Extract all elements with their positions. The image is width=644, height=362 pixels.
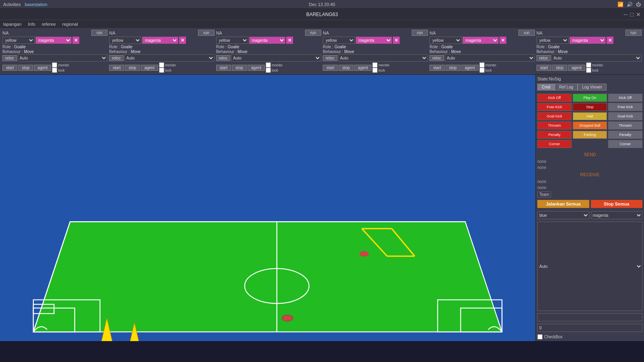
color-select-yellow-4[interactable]: yellow blue bbox=[429, 37, 462, 44]
lock-check-1[interactable] bbox=[159, 68, 164, 73]
jalankan-semua-button[interactable]: Jalankan Semua bbox=[537, 200, 589, 208]
cmd-corner-left[interactable]: Corner bbox=[537, 140, 572, 148]
team-color-select-blue[interactable]: blue yellow bbox=[537, 211, 589, 219]
cmd-droppedball[interactable]: Dropped Ball bbox=[573, 121, 607, 130]
color-select-yellow-2[interactable]: yellow blue bbox=[216, 37, 248, 44]
monito-check-0[interactable] bbox=[52, 62, 57, 68]
color-select-yellow-0[interactable]: yellow blue bbox=[2, 37, 35, 44]
reloc-btn-2[interactable]: reloc bbox=[216, 55, 231, 61]
agent-btn-0[interactable]: agent bbox=[34, 65, 51, 71]
cmd-goalkick-right[interactable]: Goal Kick bbox=[608, 112, 642, 120]
monito-check-4[interactable] bbox=[479, 62, 485, 68]
cmd-penalty-right[interactable]: Penalty bbox=[608, 131, 642, 139]
agent-btn-1[interactable]: agent bbox=[141, 65, 158, 71]
stop-btn-0[interactable]: stop bbox=[18, 65, 33, 71]
run-btn-0[interactable]: run bbox=[91, 30, 107, 36]
cmd-playon[interactable]: Play On bbox=[573, 94, 607, 102]
color-select-yellow-3[interactable]: yellow blue bbox=[323, 37, 355, 44]
team-color-select-magenta[interactable]: magenta yellow bbox=[591, 211, 643, 219]
stop-btn-5[interactable]: stop bbox=[552, 65, 567, 71]
reloc-btn-4[interactable]: reloc bbox=[429, 55, 444, 61]
cmd-freekick-right[interactable]: Free Kick bbox=[608, 103, 642, 111]
start-btn-5[interactable]: start bbox=[537, 65, 551, 71]
lock-check-2[interactable] bbox=[266, 68, 271, 73]
reloc-btn-0[interactable]: reloc bbox=[2, 55, 17, 61]
cmd-kickoff-left[interactable]: Kick Off bbox=[537, 94, 572, 102]
auto-select-0[interactable]: Auto bbox=[18, 54, 108, 62]
color-select-magenta-0[interactable]: magenta blue bbox=[35, 37, 72, 44]
x-btn-2[interactable]: ✕ bbox=[286, 37, 293, 44]
monito-check-2[interactable] bbox=[266, 62, 271, 68]
start-btn-0[interactable]: start bbox=[2, 65, 17, 71]
monito-check-1[interactable] bbox=[159, 62, 164, 68]
number-input[interactable] bbox=[537, 324, 642, 332]
cmd-parking[interactable]: Parking bbox=[573, 131, 607, 139]
cmd-throwin-left[interactable]: ThrowIn bbox=[537, 121, 572, 130]
auto-select-3[interactable]: Auto bbox=[338, 54, 428, 62]
cmd-halt[interactable]: Halt bbox=[573, 112, 607, 120]
agent-btn-5[interactable]: agent bbox=[568, 65, 585, 71]
run-btn-5[interactable]: run bbox=[625, 30, 642, 36]
x-btn-4[interactable]: ✕ bbox=[500, 37, 506, 44]
checkbox[interactable] bbox=[537, 334, 543, 339]
x-btn-0[interactable]: ✕ bbox=[72, 37, 79, 44]
maximize-btn[interactable]: □ bbox=[630, 11, 634, 18]
cmd-throwin-right[interactable]: ThrowIn bbox=[608, 121, 642, 130]
run-btn-3[interactable]: run bbox=[412, 30, 428, 36]
stop-btn-4[interactable]: stop bbox=[446, 65, 460, 71]
color-select-magenta-3[interactable]: magenta blue bbox=[356, 37, 392, 44]
menu-regional[interactable]: regional bbox=[62, 22, 78, 27]
menu-referee[interactable]: referee bbox=[42, 22, 56, 27]
cmd-goalkick-left[interactable]: Goal Kick bbox=[537, 112, 572, 120]
stop-semua-button[interactable]: Stop Semua bbox=[591, 200, 643, 208]
cmd-corner-right[interactable]: Corner bbox=[608, 140, 642, 148]
menu-lapangan[interactable]: lapangan bbox=[3, 22, 21, 27]
reloc-btn-5[interactable]: reloc bbox=[537, 55, 551, 61]
stop-btn-2[interactable]: stop bbox=[232, 65, 247, 71]
cmd-penalty-left[interactable]: Penalty bbox=[537, 131, 572, 139]
cmd-freekick-left[interactable]: Free Kick bbox=[537, 103, 572, 111]
color-select-yellow-1[interactable]: yellow blue bbox=[109, 37, 141, 44]
text-input-1[interactable] bbox=[537, 313, 642, 321]
tab-cmd[interactable]: Cmd bbox=[537, 84, 555, 90]
lock-check-3[interactable] bbox=[372, 68, 378, 73]
run-btn-4[interactable]: run bbox=[518, 30, 535, 36]
lock-check-0[interactable] bbox=[52, 68, 57, 73]
x-btn-3[interactable]: ✕ bbox=[393, 37, 400, 44]
monito-check-5[interactable] bbox=[586, 62, 591, 68]
auto-select-4[interactable]: Auto bbox=[445, 54, 535, 62]
menu-info[interactable]: Info bbox=[28, 22, 35, 27]
agent-btn-3[interactable]: agent bbox=[354, 65, 372, 71]
start-btn-3[interactable]: start bbox=[323, 65, 338, 71]
start-btn-1[interactable]: start bbox=[109, 65, 124, 71]
x-btn-5[interactable]: ✕ bbox=[607, 37, 613, 44]
behaviour-select[interactable]: Auto bbox=[537, 222, 642, 311]
lock-check-4[interactable] bbox=[479, 68, 485, 73]
run-btn-2[interactable]: run bbox=[305, 30, 321, 36]
color-select-magenta-2[interactable]: magenta blue bbox=[249, 37, 285, 44]
minimize-btn[interactable]: ─ bbox=[624, 11, 628, 18]
stop-btn-3[interactable]: stop bbox=[339, 65, 353, 71]
tab-reflog[interactable]: Ref Log bbox=[555, 84, 578, 90]
reloc-btn-1[interactable]: reloc bbox=[109, 55, 124, 61]
reloc-btn-3[interactable]: reloc bbox=[323, 55, 337, 61]
tab-logviewer[interactable]: Log Viewer bbox=[578, 84, 607, 90]
monito-check-3[interactable] bbox=[372, 62, 378, 68]
color-select-yellow-5[interactable]: yellow blue bbox=[537, 37, 569, 44]
auto-select-5[interactable]: Auto bbox=[551, 54, 642, 62]
stop-btn-1[interactable]: stop bbox=[125, 65, 140, 71]
agent-btn-2[interactable]: agent bbox=[248, 65, 265, 71]
close-btn[interactable]: ✕ bbox=[636, 11, 641, 18]
start-btn-4[interactable]: start bbox=[429, 65, 444, 71]
run-btn-1[interactable]: run bbox=[198, 30, 214, 36]
start-btn-2[interactable]: start bbox=[216, 65, 231, 71]
cmd-kickoff-right[interactable]: Kick Off bbox=[608, 94, 642, 102]
x-btn-1[interactable]: ✕ bbox=[179, 37, 186, 44]
cmd-stop[interactable]: Stop bbox=[573, 103, 607, 111]
color-select-magenta-4[interactable]: magenta blue bbox=[462, 37, 499, 44]
activities-label[interactable]: Activities bbox=[3, 2, 21, 7]
color-select-magenta-1[interactable]: magenta blue bbox=[142, 37, 178, 44]
color-select-magenta-5[interactable]: magenta blue bbox=[570, 37, 606, 44]
lock-check-5[interactable] bbox=[586, 68, 591, 73]
auto-select-1[interactable]: Auto bbox=[124, 54, 215, 62]
